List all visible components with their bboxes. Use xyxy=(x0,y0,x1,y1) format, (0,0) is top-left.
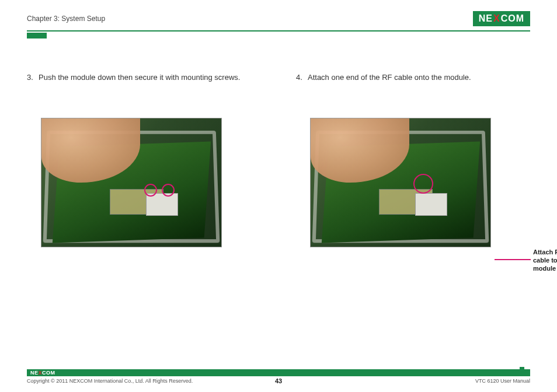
logo-text-x: X xyxy=(493,13,500,24)
step-4-text: Attach one end of the RF cable onto the … xyxy=(308,72,471,83)
footer-logo: NEXCOM xyxy=(30,370,55,376)
logo-text-pre: NE xyxy=(479,13,493,24)
rf-connector-marker-icon xyxy=(413,174,433,194)
step-3-text: Push the module down then secure it with… xyxy=(39,72,240,83)
page-footer: NEXCOM Copyright © 2011 NEXCOM Internati… xyxy=(27,369,530,384)
footer-meta: Copyright © 2011 NEXCOM International Co… xyxy=(27,378,530,384)
footer-logo-pre: NE xyxy=(30,370,39,376)
page-header: Chapter 3: System Setup NEXCOM xyxy=(27,10,530,27)
left-column: 3. Push the module down then secure it w… xyxy=(27,72,261,247)
document-title: VTC 6120 User Manual xyxy=(475,378,530,384)
step-4-number: 4. xyxy=(296,72,308,83)
footer-decoration-icon xyxy=(520,367,530,376)
figure-step-3 xyxy=(41,118,222,247)
page-number: 43 xyxy=(275,377,282,384)
module-illustration xyxy=(415,193,447,216)
content-area: 3. Push the module down then secure it w… xyxy=(27,72,530,247)
chapter-title: Chapter 3: System Setup xyxy=(27,15,105,23)
logo-text-post: COM xyxy=(501,13,524,24)
callout-label: Attach RF cable to the module xyxy=(533,249,557,272)
footer-bar: NEXCOM xyxy=(27,369,530,376)
brand-logo: NEXCOM xyxy=(473,11,530,26)
copyright-text: Copyright © 2011 NEXCOM International Co… xyxy=(27,378,193,384)
callout-leader-line xyxy=(495,259,531,260)
footer-logo-post: COM xyxy=(42,370,55,376)
step-4: 4. Attach one end of the RF cable onto t… xyxy=(296,72,530,83)
step-3: 3. Push the module down then secure it w… xyxy=(27,72,261,83)
right-column: 4. Attach one end of the RF cable onto t… xyxy=(296,72,530,247)
figure-step-4 xyxy=(310,118,491,247)
header-divider xyxy=(27,30,530,32)
screw-marker-icon xyxy=(144,184,157,197)
step-3-number: 3. xyxy=(27,72,39,83)
